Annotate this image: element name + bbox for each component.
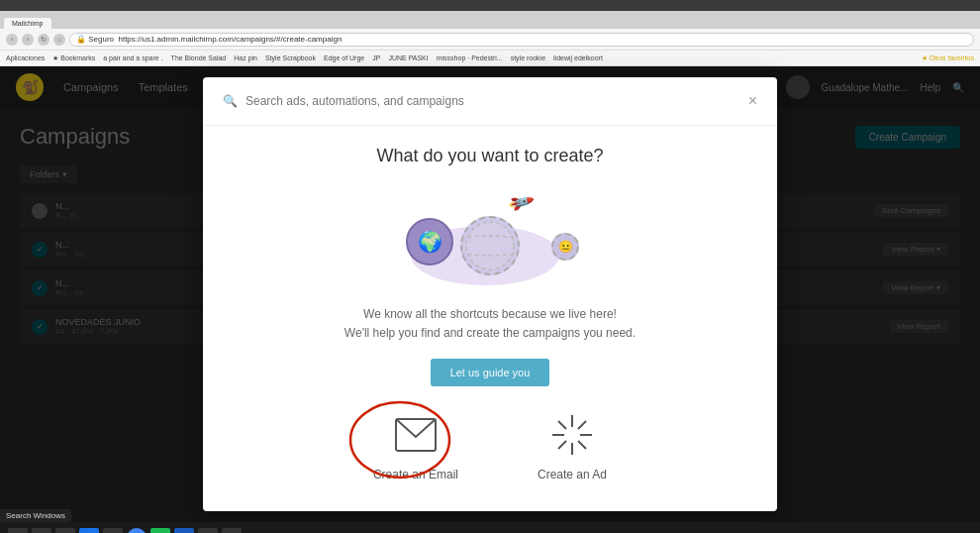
forward-button[interactable]: › xyxy=(22,34,34,46)
browser-chrome xyxy=(0,0,980,11)
planet-illustration: 🌍 😐 🚀 xyxy=(233,186,747,285)
svg-line-11 xyxy=(558,441,566,449)
taskbar-left: ⊞ 🔍 ⧉ e 📁 C ♫ W 📄 📝 xyxy=(8,528,242,533)
url-bar[interactable]: 🔒 Seguro https://us1.admin.mailchimp.com… xyxy=(69,33,974,47)
create-ad-option[interactable]: Create an Ad xyxy=(538,410,607,481)
taskbar-tooltip: Search Windows xyxy=(0,509,71,522)
search-icon: 🔍 xyxy=(223,94,238,108)
chrome-icon[interactable]: C xyxy=(127,528,147,533)
create-email-option[interactable]: Create an Email xyxy=(373,410,458,481)
bookmark-otros[interactable]: ★ Otros favoritos xyxy=(922,54,974,62)
svg-point-0 xyxy=(466,222,514,269)
home-button[interactable]: ⌂ xyxy=(53,34,65,46)
main-planet xyxy=(460,216,520,275)
earth-planet: 🌍 xyxy=(406,218,453,266)
ad-icon xyxy=(547,410,597,460)
bookmark-miss[interactable]: missshop · Pedestri... xyxy=(437,54,503,61)
search-taskbar-icon[interactable]: 🔍 xyxy=(32,528,51,533)
bookmark-bookmarks[interactable]: ★ Bookmarks xyxy=(52,54,95,62)
browser-tabs: Mailchimp xyxy=(0,11,980,29)
rocket-icon: 🚀 xyxy=(506,187,536,217)
bookmark-blonde[interactable]: The Blonde Salad xyxy=(171,54,227,61)
svg-line-8 xyxy=(558,421,566,429)
bookmark-june[interactable]: JUNE PASKI xyxy=(388,54,428,61)
bookmark-style2[interactable]: style rookie xyxy=(511,54,545,61)
browser-tab[interactable]: Mailchimp xyxy=(4,18,51,29)
secure-icon: 🔒 Seguro xyxy=(76,35,118,44)
app-wrapper: 🐒 Campaigns Templates Lists Reports Auto… xyxy=(0,66,980,522)
other-icon[interactable]: 📄 xyxy=(198,528,218,533)
modal-overlay: 🔍 × What do you want to create? 🌍 xyxy=(0,66,980,522)
create-email-label: Create an Email xyxy=(373,468,458,481)
modal-search-bar: 🔍 × xyxy=(203,77,777,126)
guide-button[interactable]: Let us guide you xyxy=(431,359,550,386)
bookmark-style[interactable]: Style Scrapbook xyxy=(265,54,316,61)
modal-body: What do you want to create? 🌍 😐 xyxy=(203,126,777,511)
browser-toolbar: ‹ › ↻ ⌂ 🔒 Seguro https://us1.admin.mailc… xyxy=(0,29,980,51)
bookmark-edge[interactable]: Edge of Urge xyxy=(324,54,364,61)
bookmark-spare[interactable]: a pair and a spare . xyxy=(103,54,162,61)
bookmark-lidewij[interactable]: lidewij edelkoort xyxy=(553,54,603,61)
planet-scene: 🌍 😐 🚀 xyxy=(391,186,589,285)
modal-tagline: We know all the shortcuts because we liv… xyxy=(233,305,747,343)
word-icon[interactable]: W xyxy=(174,528,194,533)
email-icon xyxy=(391,410,441,460)
bookmark-jp[interactable]: JP xyxy=(372,54,380,61)
reload-button[interactable]: ↻ xyxy=(38,34,49,46)
create-ad-label: Create an Ad xyxy=(538,468,607,481)
taskbar: Search Windows ⊞ 🔍 ⧉ e 📁 C ♫ W 📄 📝 ESP L… xyxy=(0,522,980,533)
explorer-icon[interactable]: 📁 xyxy=(103,528,123,533)
create-campaign-modal: 🔍 × What do you want to create? 🌍 xyxy=(203,77,777,511)
bookmark-hazpin[interactable]: Haz pin xyxy=(234,54,257,61)
music-icon[interactable]: ♫ xyxy=(150,528,170,533)
modal-title: What do you want to create? xyxy=(233,146,747,166)
task-view-icon[interactable]: ⧉ xyxy=(55,528,75,533)
other-icon2[interactable]: 📝 xyxy=(222,528,242,533)
svg-line-10 xyxy=(578,421,586,429)
bookmark-aplicaciones[interactable]: Aplicaciones xyxy=(6,54,45,61)
svg-line-9 xyxy=(578,441,586,449)
edge-icon[interactable]: e xyxy=(79,528,99,533)
url-text: https://us1.admin.mailchimp.com/campaign… xyxy=(118,35,342,44)
create-options: Create an Email xyxy=(233,410,747,481)
close-button[interactable]: × xyxy=(748,93,757,109)
bookmarks-bar: Aplicaciones ★ Bookmarks a pair and a sp… xyxy=(0,51,980,66)
search-input[interactable] xyxy=(245,94,740,108)
start-icon[interactable]: ⊞ xyxy=(8,528,28,533)
back-button[interactable]: ‹ xyxy=(6,34,18,46)
small-planet: 😐 xyxy=(551,233,579,261)
